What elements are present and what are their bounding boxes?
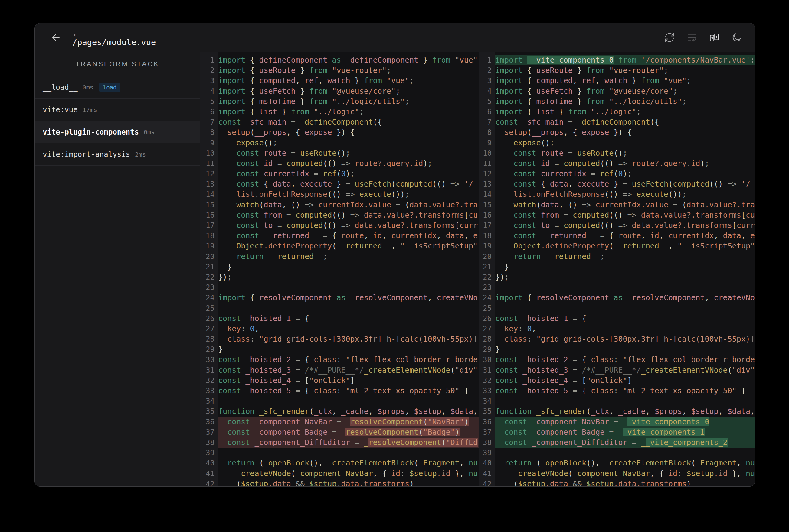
code-text: return (_openBlock(), _createElementBloc… — [495, 458, 755, 468]
code-text: key: 0, — [218, 324, 479, 334]
sidebar-item-vite-import-analysis[interactable]: vite:import-analysis 2ms — [35, 143, 200, 166]
line-number: 21 — [479, 262, 495, 272]
code-line: 29} — [200, 344, 479, 355]
line-number: 22 — [200, 272, 218, 282]
line-number: 22 — [479, 272, 495, 282]
dark-mode-moon-icon — [732, 32, 742, 43]
code-text: setup(__props, { expose }) { — [218, 127, 479, 137]
line-number: 37 — [479, 427, 495, 437]
code-before: 1import { defineComponent as _defineComp… — [200, 55, 479, 486]
code-text: const from = computed(() => data.value?.… — [495, 210, 755, 220]
code-line: 28 class: "grid grid-cols-[300px,3fr] h-… — [479, 334, 755, 344]
code-line: 1import __vite_components_0 from '/compo… — [479, 55, 755, 65]
code-text: _createVNode(_component_NavBar, { id: $s… — [495, 469, 755, 479]
line-number: 38 — [479, 437, 495, 448]
line-number: 4 — [200, 86, 218, 96]
sidebar-item-vite-plugin-components[interactable]: vite-plugin-components 0ms — [35, 121, 200, 143]
code-line: 20 return __returned__; — [479, 251, 755, 262]
sidebar-item-vite-vue[interactable]: vite:vue 17ms — [35, 98, 200, 121]
code-line: 35function _sfc_render(_ctx, _cache, $pr… — [200, 406, 479, 417]
line-number: 25 — [200, 303, 218, 314]
code-line: 2import { useRoute } from "vue-router"; — [200, 65, 479, 76]
wrap-lines-button[interactable] — [686, 32, 697, 43]
code-text: const _hoisted_2 = { class: "flex flex-c… — [218, 355, 479, 365]
code-text: import { useRoute } from "vue-router"; — [218, 65, 479, 76]
code-text: const _component_NavBar = __vite_compone… — [495, 417, 755, 427]
line-number: 35 — [200, 406, 218, 417]
code-text — [218, 282, 479, 292]
code-line: 19 Object.defineProperty(__returned__, "… — [479, 241, 755, 251]
line-number: 16 — [200, 210, 218, 220]
code-text — [495, 282, 755, 292]
line-number: 15 — [200, 200, 218, 210]
line-number: 11 — [200, 158, 218, 169]
line-number: 20 — [479, 251, 495, 262]
code-line: 10 const route = useRoute(); — [200, 148, 479, 158]
code-text: const _hoisted_4 = ["onClick"] — [218, 376, 479, 386]
code-text: const _component_Badge = __vite_componen… — [495, 427, 755, 437]
line-number: 2 — [479, 65, 495, 76]
line-number: 7 — [479, 117, 495, 127]
line-number: 9 — [200, 138, 218, 148]
code-line: 17 const to = computed(() => data.value?… — [200, 220, 479, 231]
code-line: 13 const { data, execute } = useFetch(co… — [200, 179, 479, 189]
code-line: 11 const id = computed(() => route?.quer… — [200, 158, 479, 169]
code-line: 4import { useFetch } from "@vueuse/core"… — [200, 86, 479, 96]
code-line: 11 const id = computed(() => route?.quer… — [479, 158, 755, 169]
line-number: 27 — [200, 324, 218, 334]
plugin-time: 17ms — [82, 106, 97, 113]
code-text — [218, 396, 479, 406]
code-line: 10 const route = useRoute(); — [479, 148, 755, 158]
refresh-button[interactable] — [664, 32, 675, 43]
code-line: 14 list.onFetchResponse(() => execute())… — [200, 189, 479, 200]
wrap-lines-icon — [687, 32, 697, 43]
code-line: 36 const _component_NavBar = __vite_comp… — [479, 417, 755, 427]
line-number: 34 — [479, 396, 495, 406]
code-line: 16 const from = computed(() => data.valu… — [200, 210, 479, 220]
line-number: 30 — [200, 355, 218, 365]
line-number: 33 — [479, 386, 495, 396]
plugin-name: vite:vue — [43, 106, 78, 114]
dark-mode-button[interactable] — [731, 32, 742, 43]
code-line: 19 Object.defineProperty(__returned__, "… — [200, 241, 479, 251]
code-text: const _hoisted_1 = { — [495, 314, 755, 324]
sidebar-item-load[interactable]: __load__ 0ms load — [35, 76, 200, 98]
line-number: 31 — [479, 365, 495, 376]
plugin-name: vite-plugin-components — [43, 128, 139, 136]
code-text: import { useFetch } from "@vueuse/core"; — [218, 86, 479, 96]
code-text: import { resolveComponent as _resolveCom… — [495, 292, 755, 303]
code-line: 21 } — [479, 262, 755, 272]
sidebar-title: TRANSFORM STACK — [35, 52, 200, 76]
code-line: 22}); — [200, 272, 479, 282]
line-number: 24 — [479, 292, 495, 303]
code-text: const _sfc_main = _defineComponent({ — [218, 117, 479, 127]
line-number: 3 — [200, 76, 218, 86]
code-line: 34 — [200, 396, 479, 406]
line-number: 31 — [200, 365, 218, 376]
compare-panels-button[interactable] — [709, 32, 720, 43]
line-number: 8 — [200, 127, 218, 137]
code-line: 7const _sfc_main = _defineComponent({ — [200, 117, 479, 127]
code-text: const _component_NavBar = _resolveCompon… — [218, 417, 479, 427]
line-number: 32 — [200, 376, 218, 386]
code-line: 25 — [200, 303, 479, 314]
code-text: function _sfc_render(_ctx, _cache, $prop… — [218, 406, 479, 417]
code-line: 42 ($setup.data && $setup.data.transform… — [479, 479, 755, 486]
header-bar: ./pages/module.vue — [35, 23, 755, 52]
code-line: 32const _hoisted_4 = ["onClick"] — [479, 376, 755, 386]
load-badge: load — [99, 82, 121, 92]
code-line: 20 return __returned__; — [200, 251, 479, 262]
code-line: 28 class: "grid grid-cols-[300px,3fr] h-… — [200, 334, 479, 344]
filename-prefix: . — [72, 28, 77, 37]
code-text: import { list } from "../logic"; — [218, 107, 479, 117]
line-number: 20 — [200, 251, 218, 262]
header-actions — [664, 32, 742, 43]
line-number: 10 — [479, 148, 495, 158]
code-line: 29} — [479, 344, 755, 355]
refresh-icon — [664, 32, 675, 43]
code-line: 42 ($setup.data && $setup.data.transform… — [200, 479, 479, 486]
code-text: const _hoisted_5 = { class: "ml-2 text-x… — [495, 386, 755, 396]
code-line: 3import { computed, ref, watch } from "v… — [200, 76, 479, 86]
code-line: 14 list.onFetchResponse(() => execute())… — [479, 189, 755, 200]
back-button[interactable] — [50, 32, 62, 43]
